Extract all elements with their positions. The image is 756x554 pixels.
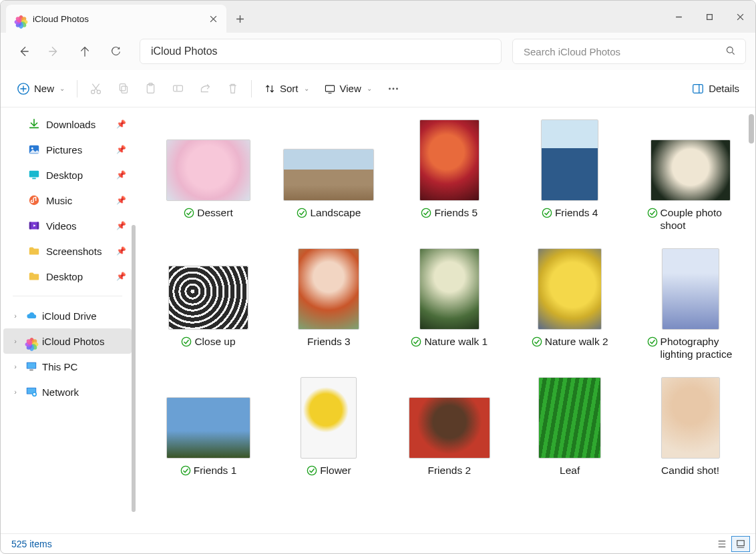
- new-button[interactable]: New ⌄: [10, 75, 71, 102]
- content-area: DessertLandscapeFriends 5Friends 4Couple…: [137, 107, 755, 533]
- share-button[interactable]: [192, 75, 218, 102]
- photo-item[interactable]: Dessert: [158, 113, 258, 236]
- photos-icon: [25, 334, 38, 348]
- photo-item[interactable]: Friends 2: [399, 370, 500, 483]
- photo-item[interactable]: Friends 4: [520, 113, 620, 236]
- sync-ok-icon: [180, 465, 191, 479]
- more-icon: [387, 82, 400, 95]
- photo-item[interactable]: Friends 3: [278, 242, 379, 365]
- nav-back-button[interactable]: [10, 38, 37, 65]
- photo-thumbnail: [283, 149, 374, 201]
- photo-caption: Dessert: [158, 206, 258, 221]
- maximize-button[interactable]: [694, 1, 725, 33]
- svg-point-36: [412, 337, 421, 346]
- paste-button[interactable]: [138, 75, 164, 102]
- sidebar-quick-desktop[interactable]: Desktop📌: [3, 162, 132, 188]
- svg-rect-0: [707, 14, 712, 19]
- photo-caption: Friends 5: [399, 206, 500, 221]
- sidebar-quick-videos[interactable]: Videos📌: [3, 213, 132, 238]
- svg-point-32: [422, 208, 431, 217]
- sidebar-quick-music[interactable]: Music📌: [3, 188, 132, 213]
- more-button[interactable]: [380, 75, 407, 102]
- chevron-down-icon: ⌄: [367, 85, 372, 92]
- new-tab-button[interactable]: [226, 5, 253, 33]
- chevron-down-icon: ⌄: [304, 85, 309, 92]
- sidebar-quick-pictures[interactable]: Pictures📌: [3, 137, 132, 162]
- photo-item[interactable]: Friends 5: [399, 113, 500, 236]
- details-pane-button[interactable]: Details: [685, 75, 746, 102]
- sidebar-quick-desktop[interactable]: Desktop📌: [3, 264, 132, 289]
- photo-item[interactable]: Close up: [158, 242, 258, 365]
- photo-item[interactable]: Flower: [278, 370, 379, 483]
- sidebar-scrollbar[interactable]: [132, 225, 136, 512]
- svg-point-16: [31, 148, 33, 150]
- close-window-button[interactable]: [725, 1, 755, 33]
- svg-point-13: [396, 87, 398, 89]
- svg-point-11: [389, 87, 391, 89]
- photo-thumbnail: [409, 397, 490, 459]
- nav-up-button[interactable]: [71, 38, 98, 65]
- photo-name: Photography lighting practice: [660, 335, 741, 361]
- photo-item[interactable]: Couple photo shoot: [640, 113, 741, 236]
- sidebar: Downloads📌Pictures📌Desktop📌Music📌Videos📌…: [1, 107, 137, 533]
- status-item-count: 525 items: [11, 539, 52, 549]
- pictures-icon: [27, 143, 41, 156]
- photo-item[interactable]: Candid shot!: [640, 370, 741, 483]
- sidebar-item-label: This PC: [42, 361, 77, 372]
- photo-thumbnail: [168, 266, 248, 330]
- svg-rect-22: [37, 222, 39, 230]
- photo-item[interactable]: Leaf: [520, 370, 620, 483]
- sort-icon: [264, 83, 276, 95]
- minimize-button[interactable]: [663, 1, 694, 33]
- sidebar-tree-icloud-drive[interactable]: ›iCloud Drive: [3, 303, 132, 328]
- tab-icloud-photos[interactable]: iCloud Photos: [6, 5, 226, 33]
- photo-item[interactable]: Nature walk 2: [520, 242, 620, 365]
- sidebar-item-label: iCloud Photos: [42, 336, 104, 347]
- sidebar-quick-downloads[interactable]: Downloads📌: [3, 111, 132, 137]
- sidebar-tree-this-pc[interactable]: ›This PC: [3, 354, 132, 379]
- photo-name: Landscape: [310, 206, 361, 219]
- body: Downloads📌Pictures📌Desktop📌Music📌Videos📌…: [1, 107, 755, 533]
- sort-button[interactable]: Sort ⌄: [257, 75, 316, 102]
- folder-icon: [27, 270, 41, 283]
- sidebar-tree-icloud-photos[interactable]: ›iCloud Photos: [3, 328, 132, 354]
- arrow-right-icon: [48, 45, 60, 57]
- copy-button[interactable]: [110, 75, 136, 102]
- photo-item[interactable]: Photography lighting practice: [640, 242, 741, 365]
- cut-button[interactable]: [83, 75, 109, 102]
- photo-name: Friends 2: [427, 464, 471, 477]
- photo-caption: Couple photo shoot: [640, 206, 741, 232]
- photo-item[interactable]: Nature walk 1: [399, 242, 500, 365]
- sidebar-tree-network[interactable]: ›Network: [3, 379, 132, 404]
- photo-item[interactable]: Landscape: [278, 113, 379, 236]
- photo-name: Friends 1: [194, 464, 237, 477]
- photo-item[interactable]: Friends 1: [158, 370, 258, 483]
- photo-thumbnail: [166, 140, 250, 201]
- search-input[interactable]: [522, 45, 719, 58]
- sidebar-quick-screenshots[interactable]: Screenshots📌: [3, 238, 132, 264]
- address-bar[interactable]: iCloud Photos: [140, 39, 502, 64]
- tab-close-button[interactable]: [204, 9, 222, 28]
- details-view-button[interactable]: [713, 536, 731, 552]
- photo-caption: Friends 3: [278, 335, 379, 348]
- view-toggle: [713, 536, 750, 552]
- nav-refresh-button[interactable]: [102, 38, 129, 65]
- nav-forward-button[interactable]: [41, 38, 67, 65]
- content-scrollbar[interactable]: [747, 107, 755, 533]
- svg-point-34: [648, 208, 656, 217]
- photo-name: Couple photo shoot: [660, 206, 741, 232]
- sync-ok-icon: [297, 208, 307, 221]
- photo-name: Friends 5: [434, 206, 478, 219]
- pin-icon: 📌: [116, 221, 126, 230]
- view-button[interactable]: View ⌄: [317, 75, 379, 102]
- delete-button[interactable]: [220, 75, 246, 102]
- svg-rect-21: [29, 222, 31, 230]
- photo-thumbnail: [419, 119, 480, 201]
- photo-caption: Photography lighting practice: [640, 335, 741, 361]
- photo-thumbnail: [650, 140, 731, 201]
- chevron-right-icon: ›: [10, 312, 21, 320]
- search-box[interactable]: [512, 39, 746, 64]
- thumbnail-view-button[interactable]: [731, 536, 750, 552]
- rename-button[interactable]: [165, 75, 191, 102]
- monitor-icon: [25, 360, 38, 373]
